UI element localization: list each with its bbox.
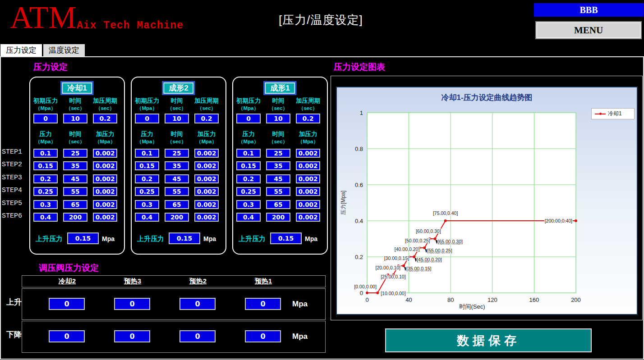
step-value-input[interactable]: 0.15 [236,161,261,170]
step-value-input[interactable]: 200 [266,213,290,222]
column-header-unit: （Mpa） [30,105,61,112]
step-value-input[interactable]: 45 [266,174,290,183]
step-value-input[interactable]: 0.4 [236,213,261,222]
step-value-input[interactable]: 25 [266,149,290,158]
svg-text:[65.00,0.30]: [65.00,0.30] [437,239,463,244]
valve-column-header: 冷却2 [45,277,90,286]
step-value-input[interactable]: 0.002 [93,161,117,170]
step-value-input[interactable]: 65 [266,200,290,209]
step-value-input[interactable]: 25 [165,149,189,158]
step-value-input[interactable]: 0.002 [296,161,320,170]
init-value-input[interactable]: 0.2 [93,114,117,123]
step-value-input[interactable]: 65 [63,200,87,209]
svg-text:[25.00,0.10]: [25.00,0.10] [381,274,406,279]
valve-value-input[interactable]: 0 [114,330,150,342]
column-header-title: 初期压力 [233,97,264,105]
valve-value-input[interactable]: 0 [179,330,216,342]
step-value-input[interactable]: 0.002 [296,200,320,209]
save-data-button[interactable]: 数据保存 [385,328,592,352]
step-row-label: STEP1 [2,148,27,156]
valve-value-input[interactable]: 0 [49,298,85,310]
step-value-input[interactable]: 0.002 [194,161,219,170]
bbb-button[interactable]: BBB [534,3,644,17]
step-value-input[interactable]: 0.2 [135,174,159,183]
panel-title-button[interactable]: 成形1 [263,81,296,95]
step-value-input[interactable]: 0.002 [296,149,320,158]
init-value-input[interactable]: 10 [266,114,290,123]
step-value-input[interactable]: 0.002 [296,174,320,183]
step-value-input[interactable]: 55 [266,187,290,196]
step-value-input[interactable]: 0.25 [236,187,261,196]
init-value-input[interactable]: 0.2 [194,114,219,123]
rise-pressure-label: 上升压力 [239,235,266,243]
valve-value-input[interactable]: 0 [114,298,150,310]
svg-text:0: 0 [365,296,368,303]
unit-label: Mpa [203,235,216,242]
valve-value-input[interactable]: 0 [179,298,216,310]
step-value-input[interactable]: 55 [165,187,189,196]
init-value-input[interactable]: 0 [33,114,58,123]
step-value-input[interactable]: 45 [165,174,189,183]
step-value-input[interactable]: 0.15 [33,161,58,170]
valve-value-input[interactable]: 0 [245,298,281,310]
step-value-input[interactable]: 35 [266,161,290,170]
step-value-input[interactable]: 0.002 [93,174,117,183]
step-value-input[interactable]: 0.002 [93,149,117,158]
panel-title-button[interactable]: 成形2 [162,81,195,95]
step-value-input[interactable]: 55 [63,187,87,196]
step-value-input[interactable]: 25 [63,149,87,158]
step-value-input[interactable]: 35 [63,161,87,170]
valve-value-input[interactable]: 0 [245,330,281,342]
step-value-input[interactable]: 0.1 [236,149,261,158]
svg-text:0.8: 0.8 [355,146,363,152]
step-value-input[interactable]: 0.3 [236,200,261,209]
step-value-input[interactable]: 0.002 [296,187,320,196]
column-header: 时间（sec） [161,131,193,145]
step-value-input[interactable]: 35 [165,161,189,170]
step-value-input[interactable]: 0.3 [33,200,58,209]
step-value-input[interactable]: 0.002 [93,187,117,196]
step-value-input[interactable]: 0.1 [33,149,58,158]
step-value-input[interactable]: 0.002 [194,200,219,209]
pressure-panel-3: 成形1初期压力（Mpa）0时间（sec）10加压周期（sec）0.2压力（Mpa… [232,77,328,255]
valve-value-input[interactable]: 0 [49,330,85,342]
step-value-input[interactable]: 200 [165,213,189,222]
rise-pressure-input[interactable]: 0.15 [270,232,302,244]
step-value-input[interactable]: 0.3 [135,200,159,209]
step-value-input[interactable]: 0.2 [33,174,58,183]
menu-button[interactable]: MENU [535,21,642,39]
init-value-input[interactable]: 10 [165,114,189,123]
step-value-input[interactable]: 0.002 [296,213,320,222]
step-value-input[interactable]: 0.002 [194,187,219,196]
step-value-input[interactable]: 0.002 [93,213,117,222]
step-value-input[interactable]: 65 [165,200,189,209]
step-value-input[interactable]: 0.1 [135,149,159,158]
init-value-input[interactable]: 10 [63,114,87,123]
column-header-title: 压力 [30,131,61,138]
valve-row-label: 下降 [6,329,22,340]
step-value-input[interactable]: 45 [63,174,87,183]
column-header: 压力（Mpa） [30,131,61,145]
tab-pressure[interactable]: 压力设定 [0,44,42,56]
step-value-input[interactable]: 0.2 [236,174,261,183]
rise-pressure-input[interactable]: 0.15 [169,232,200,244]
init-value-input[interactable]: 0.2 [296,114,320,123]
step-value-input[interactable]: 0.002 [194,149,219,158]
init-value-input[interactable]: 0 [236,114,261,123]
step-value-input[interactable]: 0.002 [194,174,219,183]
page-title: [压力/温度设定] [279,12,363,28]
column-header-unit: （Mpa） [131,138,163,145]
step-value-input[interactable]: 0.4 [33,213,58,222]
step-value-input[interactable]: 0.002 [93,200,117,209]
step-value-input[interactable]: 0.4 [135,213,159,222]
panel-title-button[interactable]: 冷却1 [60,81,93,95]
init-value-input[interactable]: 0 [135,114,159,123]
step-value-input[interactable]: 0.002 [194,213,219,222]
rise-pressure-input[interactable]: 0.15 [67,232,99,244]
step-value-input[interactable]: 0.25 [33,187,58,196]
step-value-input[interactable]: 0.25 [135,187,159,196]
column-header-unit: （sec） [161,138,193,145]
step-value-input[interactable]: 200 [63,213,87,222]
step-value-input[interactable]: 0.15 [135,161,159,170]
tab-temperature[interactable]: 温度设定 [43,44,85,56]
